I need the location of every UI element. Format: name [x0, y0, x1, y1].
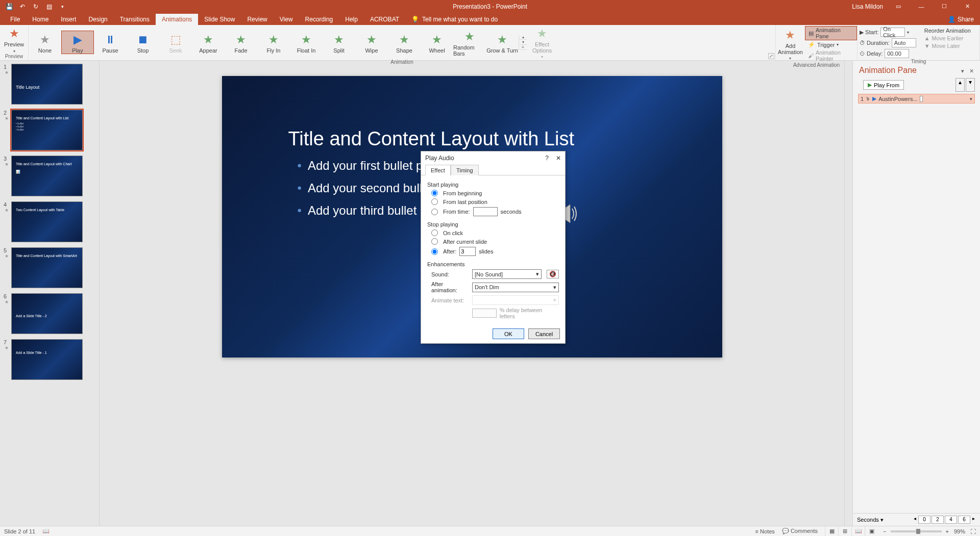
thumb-2[interactable]: 2★ Title and Content Layout with List• b…	[3, 110, 99, 150]
tab-view[interactable]: View	[274, 14, 299, 25]
tab-help[interactable]: Help	[339, 14, 364, 25]
radio-on-click[interactable]: On click	[427, 228, 559, 237]
tab-recording[interactable]: Recording	[299, 14, 339, 25]
pane-options-icon[interactable]: ▾	[961, 68, 964, 74]
animation-item[interactable]: 1 🖱 ▶ AustinPowers... ▾	[858, 94, 975, 104]
anim-wheel[interactable]: ★Wheel	[421, 31, 453, 54]
animation-pane-button[interactable]: ▤Animation Pane	[805, 26, 857, 40]
anim-flyin[interactable]: ★Fly In	[257, 31, 290, 54]
anim-pause[interactable]: ⏸Pause	[94, 31, 127, 54]
anim-seek[interactable]: ⬚Seek	[159, 31, 192, 54]
anim-none[interactable]: ★None	[29, 31, 61, 54]
dialog-close-icon[interactable]: ✕	[556, 155, 561, 162]
move-later-button[interactable]: ▼ Move Later	[921, 42, 974, 49]
trigger-button[interactable]: ⚡Trigger ▾	[805, 41, 857, 48]
close-button[interactable]: ✕	[960, 0, 975, 13]
start-field[interactable]: On Click	[880, 28, 905, 37]
slide-title[interactable]: Title and Content Layout with List	[288, 128, 574, 150]
notes-button[interactable]: ≡ Notes	[755, 528, 775, 534]
tab-home[interactable]: Home	[26, 14, 55, 25]
radio-from-beginning[interactable]: From beginning	[427, 189, 559, 197]
editor-scrollbar[interactable]	[844, 61, 852, 526]
effect-options-button[interactable]: ★ EffectOptions ▾	[527, 25, 557, 59]
anim-wipe[interactable]: ★Wipe	[355, 31, 388, 54]
thumb-4[interactable]: 4★ Two Content Layout with Table	[3, 201, 99, 242]
minimize-button[interactable]: —	[914, 0, 929, 13]
pane-close-icon[interactable]: ✕	[969, 68, 974, 74]
thumb-5[interactable]: 5★ Title and Content Layout with SmartAr…	[3, 247, 99, 288]
thumb-1[interactable]: 1★ Title Layout	[3, 64, 99, 105]
cancel-button[interactable]: Cancel	[528, 328, 560, 339]
preview-button[interactable]: ★ Preview ▾	[0, 25, 28, 53]
maximize-button[interactable]: ☐	[937, 0, 952, 13]
zoom-slider[interactable]	[891, 530, 942, 532]
radio-from-time[interactable]: From time: seconds	[427, 206, 559, 217]
spellcheck-icon[interactable]: 📖	[42, 528, 50, 534]
zoom-out-button[interactable]: −	[883, 528, 886, 534]
zoom-level[interactable]: 99%	[954, 528, 965, 534]
tab-acrobat[interactable]: ACROBAT	[364, 14, 405, 25]
radio-after-n[interactable]: After: slides	[427, 246, 559, 257]
save-icon[interactable]: 💾	[5, 3, 13, 11]
start-from-beginning-icon[interactable]: ▤	[45, 3, 53, 11]
tab-insert[interactable]: Insert	[55, 14, 82, 25]
play-from-button[interactable]: ▶Play From	[863, 80, 904, 90]
radio-from-last[interactable]: From last position	[427, 197, 559, 206]
move-earlier-button[interactable]: ▲ Move Earlier	[921, 35, 974, 42]
normal-view-button[interactable]: ▦	[825, 526, 838, 537]
slideshow-view-button[interactable]: ▣	[865, 526, 878, 537]
anim-growturn[interactable]: ★Grow & Turn	[486, 31, 519, 54]
after-slides-input[interactable]	[459, 247, 476, 256]
qat-more-icon[interactable]: ▾	[58, 3, 66, 11]
radio-after-current[interactable]: After current slide	[427, 237, 559, 246]
anim-floatin[interactable]: ★Float In	[290, 31, 323, 54]
ribbon-options-icon[interactable]: ▭	[891, 0, 906, 13]
sound-combo[interactable]: [No Sound]▾	[472, 269, 542, 279]
sound-preview-icon[interactable]: 🔇	[547, 270, 559, 278]
tab-review[interactable]: Review	[241, 14, 273, 25]
chevron-down-icon[interactable]: ▾	[970, 96, 972, 101]
thumb-3[interactable]: 3★ Title and Content Layout with Chart📊	[3, 156, 99, 196]
redo-icon[interactable]: ↻	[32, 3, 40, 11]
tab-transitions[interactable]: Transitions	[114, 14, 156, 25]
tab-slideshow[interactable]: Slide Show	[198, 14, 241, 25]
anim-split[interactable]: ★Split	[323, 31, 355, 54]
anim-play[interactable]: ▶Play	[61, 31, 94, 54]
undo-icon[interactable]: ↶	[18, 3, 27, 11]
tab-timing[interactable]: Timing	[451, 165, 479, 175]
tell-me[interactable]: 💡 Tell me what you want to do	[405, 14, 504, 25]
ok-button[interactable]: OK	[493, 328, 524, 339]
animation-dialog-launcher[interactable]: ⤢	[768, 53, 774, 59]
tab-file[interactable]: File	[4, 14, 26, 25]
dialog-help-icon[interactable]: ?	[545, 155, 549, 162]
tab-design[interactable]: Design	[82, 14, 113, 25]
delay-field[interactable]: 00.00	[885, 49, 909, 58]
anim-stop[interactable]: ⏹Stop	[127, 31, 159, 54]
anim-randombars[interactable]: ★Random Bars	[453, 28, 486, 57]
gallery-scroll[interactable]: ▴▾≡	[519, 35, 527, 50]
comments-button[interactable]: 💬 Comments	[782, 528, 818, 534]
from-time-input[interactable]	[473, 207, 498, 216]
thumb-6[interactable]: 6★ Add a Slide Title - 2	[3, 293, 99, 334]
duration-field[interactable]: Auto	[892, 38, 916, 47]
reading-view-button[interactable]: 📖	[851, 526, 865, 537]
fit-to-window-button[interactable]: ⛶	[970, 528, 976, 534]
tab-effect[interactable]: Effect	[425, 165, 451, 175]
after-animation-combo[interactable]: Don't Dim▾	[472, 283, 559, 292]
anim-shape[interactable]: ★Shape	[388, 31, 421, 54]
anim-fade[interactable]: ★Fade	[225, 31, 257, 54]
seconds-label[interactable]: Seconds	[857, 517, 879, 523]
move-up-button[interactable]: ▴	[955, 78, 965, 92]
zoom-in-button[interactable]: +	[946, 528, 949, 534]
thumb-7[interactable]: 7★ Add a Slide Title - 1	[3, 339, 99, 380]
share-button[interactable]: 👤 Share	[942, 14, 980, 25]
slide-counter[interactable]: Slide 2 of 11	[4, 528, 35, 534]
tl-prev-icon[interactable]: ◂	[913, 516, 917, 524]
user-name[interactable]: Lisa Mildon	[852, 3, 883, 10]
tl-next-icon[interactable]: ▸	[971, 516, 976, 524]
slide-thumbnails[interactable]: 1★ Title Layout 2★ Title and Content Lay…	[0, 61, 100, 526]
sorter-view-button[interactable]: ⊞	[838, 526, 851, 537]
tab-animations[interactable]: Animations	[156, 14, 198, 25]
move-down-button[interactable]: ▾	[966, 78, 975, 92]
add-animation-button[interactable]: ★ AddAnimation ▾	[776, 27, 805, 61]
